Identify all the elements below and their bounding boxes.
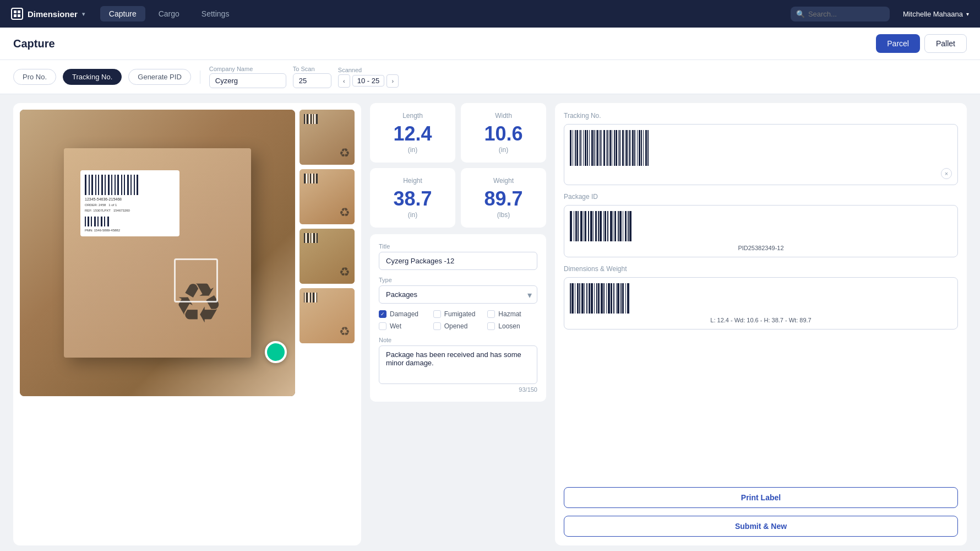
svg-rect-2 <box>14 14 17 17</box>
tracking-barcode-display: × <box>564 124 958 185</box>
title-field: Title <box>379 243 537 270</box>
damaged-checkbox[interactable] <box>379 310 386 318</box>
page-header: Capture Parcel Pallet <box>0 28 980 60</box>
weight-value: 89.7 <box>470 189 537 209</box>
checkbox-fumigated[interactable]: Fumigated <box>433 310 483 318</box>
note-textarea[interactable]: Package has been received and has some m… <box>379 345 537 384</box>
logo-icon <box>11 8 23 20</box>
scan-prev-button[interactable]: ‹ <box>338 74 350 88</box>
thumbnail-1[interactable]: ♻ <box>300 110 355 165</box>
metrics-grid: Length 12.4 (in) Width 10.6 (in) Height … <box>370 103 546 228</box>
metrics-panel: Length 12.4 (in) Width 10.6 (in) Height … <box>370 103 546 545</box>
company-name-input[interactable] <box>209 73 286 88</box>
page-title: Capture <box>13 37 55 50</box>
loosen-label: Loosen <box>498 322 520 330</box>
tracking-no-section: Tracking No. <box>564 112 958 185</box>
scan-indicator[interactable] <box>265 341 287 363</box>
wet-label: Wet <box>390 322 401 330</box>
dimensions-weight-section: Dimensions & Weight <box>564 265 958 329</box>
to-scan-label: To Scan <box>293 66 331 72</box>
svg-rect-3 <box>18 14 20 17</box>
scanned-label: Scanned <box>338 67 399 73</box>
to-scan-input[interactable] <box>293 73 331 88</box>
toolbar: Pro No. Tracking No. Generate PID Compan… <box>0 60 980 94</box>
camera-main-view: 12345-54636-215468 ORDER: 2458 1 of 1 RE… <box>20 110 295 396</box>
view-toggle: Parcel Pallet <box>876 34 967 53</box>
info-form: Title Type Packages Pallet Box Envelope … <box>370 234 546 402</box>
type-select-wrap: Packages Pallet Box Envelope ▾ <box>379 285 537 304</box>
type-label: Type <box>379 277 537 283</box>
user-chevron: ▾ <box>966 11 969 17</box>
weight-label: Weight <box>470 177 537 185</box>
scanned-nav: ‹ 10 - 25 › <box>338 74 399 88</box>
tracking-close-button[interactable]: × <box>941 168 952 179</box>
scanned-field: Scanned ‹ 10 - 25 › <box>338 67 399 88</box>
main-content: 12345-54636-215468 ORDER: 2458 1 of 1 RE… <box>0 94 980 551</box>
company-name-label: Company Name <box>209 66 286 72</box>
width-unit: (in) <box>470 146 537 154</box>
opened-label: Opened <box>444 322 468 330</box>
app-chevron: ▾ <box>82 11 85 17</box>
weight-unit: (lbs) <box>470 211 537 219</box>
checkbox-damaged[interactable]: Damaged <box>379 310 429 318</box>
hazmat-checkbox[interactable] <box>487 310 495 318</box>
app-logo[interactable]: Dimensioner ▾ <box>11 8 85 20</box>
package-id-text: PID25382349-12 <box>738 245 783 251</box>
height-value: 38.7 <box>379 189 447 209</box>
fumigated-checkbox[interactable] <box>433 310 441 318</box>
checkbox-wet[interactable]: Wet <box>379 322 429 330</box>
nav-tab-capture[interactable]: Capture <box>100 6 145 21</box>
company-name-field: Company Name <box>209 66 286 88</box>
nav-tab-settings[interactable]: Settings <box>193 6 238 21</box>
user-name: Mitchelle Mahaana <box>903 10 963 18</box>
title-label: Title <box>379 243 537 250</box>
tab-pro-no[interactable]: Pro No. <box>13 69 56 85</box>
height-unit: (in) <box>379 211 447 219</box>
type-field: Type Packages Pallet Box Envelope ▾ <box>379 277 537 304</box>
label-barcode-small <box>85 217 175 226</box>
type-select[interactable]: Packages Pallet Box Envelope <box>379 285 537 304</box>
wet-checkbox[interactable] <box>379 322 386 330</box>
pallet-button[interactable]: Pallet <box>924 34 967 53</box>
damaged-label: Damaged <box>390 310 418 318</box>
package-id-label: Package ID <box>564 193 958 201</box>
length-label: Length <box>379 112 447 120</box>
package-id-barcode-display: PID25382349-12 <box>564 205 958 257</box>
hazmat-label: Hazmat <box>498 310 521 318</box>
tab-generate-pid[interactable]: Generate PID <box>128 69 191 85</box>
label-barcode <box>85 175 175 195</box>
width-card: Width 10.6 (in) <box>461 103 546 163</box>
length-value: 12.4 <box>379 124 447 144</box>
thumbnail-3[interactable]: ♻ <box>300 229 355 284</box>
nav-tab-cargo[interactable]: Cargo <box>150 6 188 21</box>
checkbox-opened[interactable]: Opened <box>433 322 483 330</box>
note-label: Note <box>379 337 537 343</box>
scan-target <box>174 258 218 302</box>
tracking-barcode <box>570 130 952 166</box>
box-label: 12345-54636-215468 ORDER: 2458 1 of 1 RE… <box>80 170 179 236</box>
package-id-barcode <box>570 211 952 241</box>
thumbnail-4[interactable]: ♻ <box>300 288 355 343</box>
user-menu[interactable]: Mitchelle Mahaana ▾ <box>903 10 969 18</box>
search-input[interactable] <box>791 7 890 21</box>
print-label-button[interactable]: Print Label <box>564 487 958 508</box>
tracking-panel: Tracking No. <box>555 103 967 545</box>
svg-rect-1 <box>18 10 20 13</box>
package-box: 12345-54636-215468 ORDER: 2458 1 of 1 RE… <box>64 148 251 358</box>
camera-thumbnails: ♻ ♻ <box>300 110 355 539</box>
submit-new-button[interactable]: Submit & New <box>564 516 958 537</box>
package-id-section: Package ID <box>564 193 958 257</box>
title-input[interactable] <box>379 252 537 270</box>
loosen-checkbox[interactable] <box>487 322 495 330</box>
scanned-value: 10 - 25 <box>352 75 384 87</box>
checkbox-hazmat[interactable]: Hazmat <box>487 310 537 318</box>
to-scan-field: To Scan <box>293 66 331 88</box>
checkbox-loosen[interactable]: Loosen <box>487 322 537 330</box>
tab-tracking-no[interactable]: Tracking No. <box>63 69 122 85</box>
parcel-button[interactable]: Parcel <box>876 34 920 53</box>
scan-next-button[interactable]: › <box>386 74 399 88</box>
thumbnail-2[interactable]: ♻ <box>300 169 355 224</box>
opened-checkbox[interactable] <box>433 322 441 330</box>
tracking-no-label: Tracking No. <box>564 112 958 120</box>
app-name: Dimensioner <box>28 9 78 19</box>
